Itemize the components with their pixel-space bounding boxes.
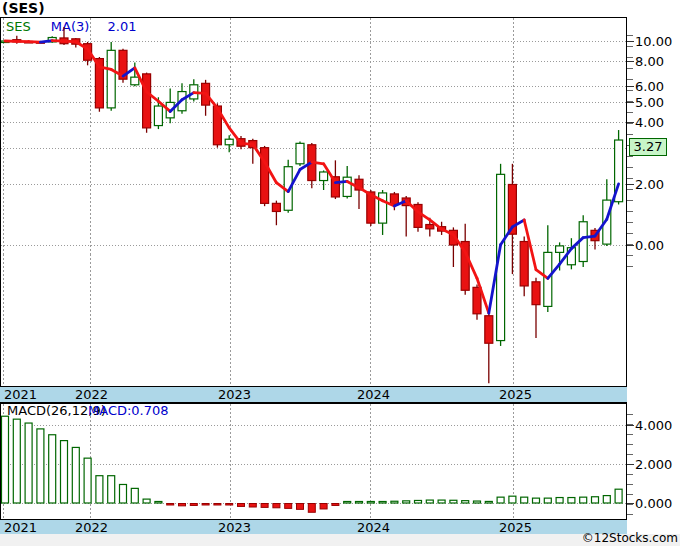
- macd-bar-positive: [2, 416, 9, 503]
- macd-bar-positive: [96, 476, 103, 503]
- legend-ma-value: 2.01: [108, 19, 137, 34]
- macd-bar-positive: [155, 502, 162, 504]
- candle-body: [202, 83, 210, 105]
- candle-body: [426, 225, 434, 229]
- macd-bar-positive: [533, 498, 540, 503]
- macd-bar-positive: [580, 497, 587, 503]
- ma3-line-segment: [241, 143, 253, 144]
- ma3-line-segment: [607, 184, 619, 219]
- macd-bar-positive: [379, 502, 386, 504]
- candle-body: [615, 140, 623, 202]
- macd-bar-negative: [308, 504, 315, 513]
- ma3-line-segment: [501, 227, 513, 245]
- ma3-line-segment: [229, 128, 241, 143]
- candle-body: [60, 38, 68, 44]
- candle-body: [237, 139, 245, 147]
- ma3-line-segment: [170, 100, 182, 112]
- candle-body: [272, 203, 280, 211]
- ma3-line-segment: [347, 181, 359, 187]
- candle-body: [591, 230, 599, 240]
- price-axis-label: 2.00: [635, 177, 680, 192]
- ma3-line-segment: [418, 212, 430, 220]
- ma3-line-segment: [536, 270, 548, 279]
- ma3-line-segment: [465, 252, 477, 278]
- macd-bar-positive: [344, 502, 351, 504]
- macd-bar-positive: [84, 458, 91, 503]
- ma3-line-segment: [217, 108, 229, 128]
- ma3-line-segment: [99, 67, 111, 70]
- macd-bar-positive: [438, 500, 445, 503]
- page-title: (SES): [2, 0, 45, 16]
- price-year-label: 2025: [499, 387, 532, 402]
- ma3-line-segment: [135, 68, 147, 92]
- candle-body: [343, 177, 351, 196]
- stock-chart-window: (SES) SES MA(3) 2.01 2021202220232024202…: [0, 0, 680, 546]
- macd-bar-positive: [556, 498, 563, 503]
- macd-bar-negative: [167, 504, 174, 506]
- candle-body: [449, 230, 457, 245]
- macd-bar-positive: [544, 498, 551, 503]
- price-axis-label: 10.00: [635, 34, 680, 49]
- ma3-line-segment: [583, 236, 595, 238]
- price-year-label: 2023: [218, 387, 251, 402]
- macd-bar-positive: [450, 500, 457, 503]
- candle-body: [497, 174, 505, 340]
- ma3-line-segment: [430, 220, 442, 229]
- candle-body: [72, 39, 80, 44]
- watermark-credit: ©12Stocks.com: [518, 531, 678, 545]
- macd-bar-positive: [25, 423, 32, 503]
- candle-body: [603, 200, 611, 244]
- macd-bar-negative: [214, 504, 221, 506]
- price-xaxis-band: 20212022202320242025: [0, 386, 627, 403]
- price-year-label: 2024: [357, 387, 390, 402]
- macd-bar-negative: [261, 504, 268, 508]
- macd-year-label: 2023: [218, 520, 251, 535]
- macd-year-label: 2021: [4, 520, 37, 535]
- candle-body: [390, 194, 398, 205]
- macd-bar-positive: [61, 441, 68, 503]
- macd-bar-positive: [615, 489, 622, 503]
- candle-body: [320, 172, 328, 181]
- ma3-line-segment: [40, 41, 52, 42]
- ma3-line-segment: [312, 162, 324, 164]
- macd-bar-positive: [120, 484, 127, 503]
- macd-bar-positive: [403, 501, 410, 503]
- macd-bar-positive: [592, 497, 599, 503]
- price-year-label: 2022: [75, 387, 108, 402]
- ma3-line-segment: [265, 162, 277, 183]
- ma3-line-segment: [52, 41, 64, 42]
- macd-bar-negative: [273, 504, 280, 508]
- macd-bar-negative: [332, 504, 339, 506]
- candle-body: [367, 192, 375, 223]
- macd-bar-positive: [13, 419, 20, 503]
- macd-bar-positive: [72, 447, 79, 503]
- macd-axis-label: 4.000: [635, 418, 680, 433]
- ma3-line-segment: [300, 162, 312, 169]
- candle-body: [331, 177, 339, 197]
- macd-bar-positive: [485, 501, 492, 503]
- ma3-line-segment: [394, 201, 406, 206]
- ma3-line-segment: [288, 170, 300, 192]
- macd-axis-label: 2.000: [635, 457, 680, 472]
- ma3-line-segment: [194, 93, 206, 94]
- ma3-line-segment: [123, 68, 135, 76]
- macd-year-label: 2024: [357, 520, 390, 535]
- candle-body: [249, 141, 257, 148]
- ma3-line-segment: [359, 188, 371, 195]
- ma3-line-segment: [276, 183, 288, 192]
- macd-bar-positive: [426, 500, 433, 503]
- ma3-line-segment: [147, 92, 159, 101]
- macd-bar-positive: [509, 496, 516, 503]
- macd-bar-positive: [568, 498, 575, 503]
- ma3-line-segment: [76, 42, 88, 49]
- candle-body: [308, 145, 316, 181]
- macd-bar-positive: [131, 488, 138, 503]
- macd-bar-negative: [297, 504, 304, 510]
- chart-canvas: [0, 0, 680, 546]
- candle-body: [84, 44, 92, 61]
- price-year-label: 2021: [4, 387, 37, 402]
- last-price-badge: 3.27: [629, 138, 667, 156]
- macd-bar-negative: [285, 504, 292, 509]
- candle-body: [402, 198, 410, 206]
- ma3-line-segment: [489, 245, 501, 313]
